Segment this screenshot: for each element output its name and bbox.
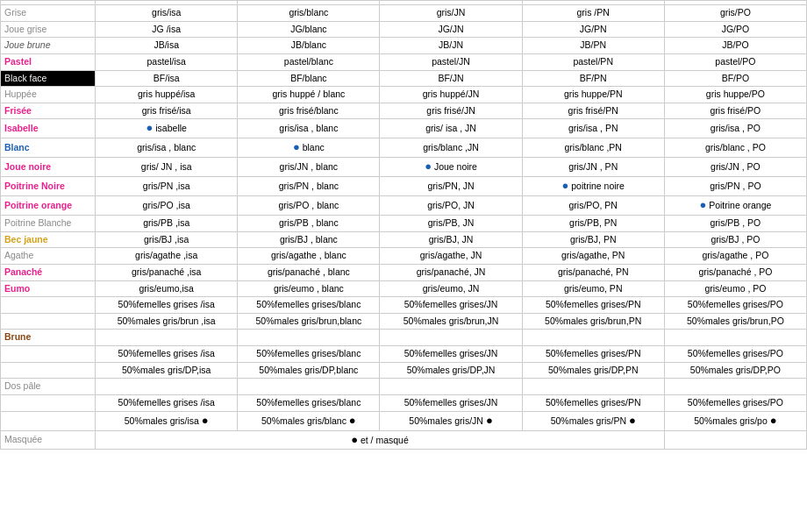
table-row: Pastelpastel/isapastel/blancpastel/JNpas… — [1, 53, 807, 70]
table-row: Black faceBF/isaBF/blancBF/JNBF/PNBF/PO — [1, 70, 807, 87]
cell: 50%femelles grises/JN — [380, 346, 522, 363]
cell: 50%femelles grises/JN — [380, 297, 522, 314]
cell: 50%males gris/po ● — [664, 411, 806, 430]
row-label: Huppée — [1, 87, 96, 103]
cell: JG/JN — [380, 21, 522, 38]
table-row: Bec jaunegris/BJ ,isagris/BJ , blancgris… — [1, 231, 807, 248]
row-label: Bec jaune — [1, 231, 96, 248]
cell: gris/PO , blanc — [238, 196, 380, 216]
cell: gris huppe/PO — [664, 87, 806, 103]
cell: 50%femelles grises /isa — [96, 297, 238, 314]
cell: JB/PO — [664, 38, 806, 54]
cell: gris/BJ , blanc — [238, 231, 380, 248]
cell: gris/BJ, JN — [380, 231, 522, 248]
cell: gris/eumo, JN — [380, 280, 522, 297]
cell: 50%femelles grises/PO — [664, 394, 806, 411]
cell: gris/PB , PO — [664, 215, 806, 231]
cell: JG/PO — [664, 21, 806, 38]
row-label — [1, 394, 96, 411]
row-label — [1, 362, 96, 379]
cell: gris/PN , blanc — [238, 177, 380, 196]
table-row: Isabelle● isabellegris/isa , blancgris/ … — [1, 119, 807, 138]
cell: gris/BJ, PN — [522, 231, 664, 248]
cell: 50%femelles grises /isa — [96, 394, 238, 411]
row-label: Frisée — [1, 103, 96, 119]
cell: gris/isa , blanc — [238, 119, 380, 138]
cell: gris/PO, PN — [522, 196, 664, 216]
cell — [380, 379, 522, 395]
cell — [522, 379, 664, 395]
cell: gris/JN — [380, 5, 522, 22]
cell: gris/JN , blanc — [238, 158, 380, 177]
cell — [664, 330, 806, 346]
table-row: Brune — [1, 330, 807, 346]
cell: gris/PB ,isa — [96, 215, 238, 231]
cell: BF/PN — [522, 70, 664, 87]
cell: gris/blanc — [238, 5, 380, 22]
row-label: Pastel — [1, 53, 96, 70]
cell — [664, 430, 806, 450]
cell: gris/agathe, JN — [380, 248, 522, 265]
table-row: Blancgris/isa , blanc● blancgris/blanc ,… — [1, 138, 807, 158]
cell: 50%femelles grises /isa — [96, 346, 238, 363]
cell: BF/blanc — [238, 70, 380, 87]
table-row: 50%males gris/isa ●50%males gris/blanc ●… — [1, 411, 807, 430]
table-row: Masquée● et / masqué — [1, 430, 807, 450]
cell: gris/agathe , blanc — [238, 248, 380, 265]
cell: gris/eumo, PN — [522, 280, 664, 297]
table-row: Poitrine Noiregris/PN ,isagris/PN , blan… — [1, 177, 807, 196]
table-row: Poitrine orangegris/PO ,isagris/PO , bla… — [1, 196, 807, 216]
cell: 50%males gris/PN ● — [522, 411, 664, 430]
cell: gris/PO, JN — [380, 196, 522, 216]
cell: gris/BJ , PO — [664, 231, 806, 248]
cell: gris/eumo , blanc — [238, 280, 380, 297]
cell: gris/panaché , blanc — [238, 264, 380, 280]
cell — [238, 330, 380, 346]
row-label: Poitrine Noire — [1, 177, 96, 196]
table-row: Joue noiregris/ JN , isagris/JN , blanc●… — [1, 158, 807, 177]
cell: JB/JN — [380, 38, 522, 54]
cell: 50%males gris/DP,JN — [380, 362, 522, 379]
cell: gris/PB, PN — [522, 215, 664, 231]
cell: 50%males gris/DP,PO — [664, 362, 806, 379]
cell: JB/isa — [96, 38, 238, 54]
cell: gris/eumo,isa — [96, 280, 238, 297]
cell: 50%males gris/DP,isa — [96, 362, 238, 379]
cell: gris huppé / blanc — [238, 87, 380, 103]
cell: ● isabelle — [96, 119, 238, 138]
cell: ● Poitrine orange — [664, 196, 806, 216]
row-label: Isabelle — [1, 119, 96, 138]
cell — [96, 330, 238, 346]
cell: 50%males gris/brun,PN — [522, 313, 664, 330]
cell: JB/PN — [522, 38, 664, 54]
cell: 50%males gris/JN ● — [380, 411, 522, 430]
cell: 50%femelles grises/PN — [522, 346, 664, 363]
row-label — [1, 411, 96, 430]
row-label: Poitrine Blanche — [1, 215, 96, 231]
table-row: Joue bruneJB/isaJB/blancJB/JNJB/PNJB/PO — [1, 38, 807, 54]
cell: 50%males gris/blanc ● — [238, 411, 380, 430]
table-row: Panachégris/panaché ,isagris/panaché , b… — [1, 264, 807, 280]
row-label: Eumo — [1, 280, 96, 297]
cell — [522, 330, 664, 346]
cell: gris/isa , blanc — [96, 138, 238, 158]
cell — [96, 379, 238, 395]
cell: gris/panaché ,isa — [96, 264, 238, 280]
cell: 50%femelles grises/PN — [522, 297, 664, 314]
cell: pastel/isa — [96, 53, 238, 70]
cell: JG/blanc — [238, 21, 380, 38]
masquee-note: ● et / masqué — [96, 430, 665, 450]
cell: gris/PB, JN — [380, 215, 522, 231]
cell — [664, 379, 806, 395]
cell: pastel/PO — [664, 53, 806, 70]
cell: ● blanc — [238, 138, 380, 158]
row-label: Agathe — [1, 248, 96, 265]
cell: 50%males gris/DP,blanc — [238, 362, 380, 379]
table-row: Huppéegris huppé/isagris huppé / blancgr… — [1, 87, 807, 103]
cell — [380, 330, 522, 346]
cell: gris/eumo , PO — [664, 280, 806, 297]
cell: gris/blanc ,JN — [380, 138, 522, 158]
cell: gris frisé/PN — [522, 103, 664, 119]
cell: gris/panaché, PN — [522, 264, 664, 280]
cell: gris/agathe, PN — [522, 248, 664, 265]
